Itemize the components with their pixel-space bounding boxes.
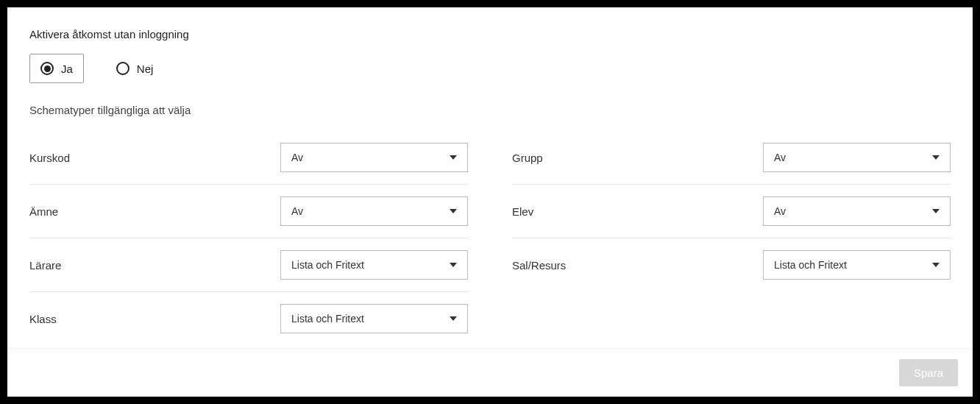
access-title: Aktivera åtkomst utan inloggning (29, 28, 951, 40)
radio-label-yes: Ja (61, 63, 73, 75)
radio-option-yes[interactable]: Ja (29, 54, 84, 83)
settings-panel: Aktivera åtkomst utan inloggning Ja Nej … (7, 7, 973, 397)
row-salresurs: Sal/Resurs Lista och Fritext (512, 238, 951, 291)
label-grupp: Grupp (512, 152, 763, 164)
row-amne: Ämne Av (29, 185, 468, 238)
radio-option-no[interactable]: Nej (106, 54, 164, 82)
row-klass: Klass Lista och Fritext (29, 292, 468, 345)
radio-icon (116, 62, 129, 75)
select-value: Lista och Fritext (291, 259, 364, 271)
row-elev: Elev Av (512, 185, 951, 238)
chevron-down-icon (450, 155, 457, 160)
select-amne[interactable]: Av (280, 196, 468, 226)
label-amne: Ämne (29, 205, 280, 218)
row-larare: Lärare Lista och Fritext (29, 238, 468, 292)
access-radio-group: Ja Nej (29, 54, 951, 83)
select-larare[interactable]: Lista och Fritext (280, 250, 468, 280)
row-grupp: Grupp Av (512, 131, 951, 185)
footer: Spara (7, 348, 973, 397)
select-salresurs[interactable]: Lista och Fritext (763, 250, 951, 280)
left-column: Kurskod Av Ämne Av Lärare (29, 131, 468, 345)
select-grupp[interactable]: Av (763, 143, 951, 172)
select-value: Lista och Fritext (291, 313, 364, 325)
select-value: Av (774, 205, 786, 217)
chevron-down-icon (450, 209, 457, 213)
schematypes-title: Schematyper tillgängliga att välja (29, 104, 951, 116)
select-value: Lista och Fritext (774, 259, 847, 271)
chevron-down-icon (450, 316, 457, 321)
chevron-down-icon (932, 209, 940, 213)
chevron-down-icon (932, 263, 940, 267)
select-value: Av (291, 205, 303, 217)
label-klass: Klass (29, 313, 280, 325)
select-elev[interactable]: Av (763, 196, 951, 226)
label-elev: Elev (512, 205, 763, 218)
chevron-down-icon (450, 263, 457, 267)
right-column: Grupp Av Elev Av Sal/Resurs (512, 131, 951, 345)
label-salresurs: Sal/Resurs (512, 259, 763, 272)
label-kurskod: Kurskod (29, 152, 280, 164)
save-button[interactable]: Spara (899, 359, 958, 386)
schematypes-grid: Kurskod Av Ämne Av Lärare (29, 131, 951, 345)
select-klass[interactable]: Lista och Fritext (280, 304, 468, 333)
radio-label-no: Nej (137, 63, 154, 75)
radio-icon (40, 62, 54, 75)
row-kurskod: Kurskod Av (29, 131, 468, 185)
chevron-down-icon (932, 155, 940, 160)
label-larare: Lärare (29, 259, 280, 272)
select-value: Av (774, 152, 786, 163)
select-value: Av (291, 152, 303, 163)
select-kurskod[interactable]: Av (280, 143, 468, 172)
